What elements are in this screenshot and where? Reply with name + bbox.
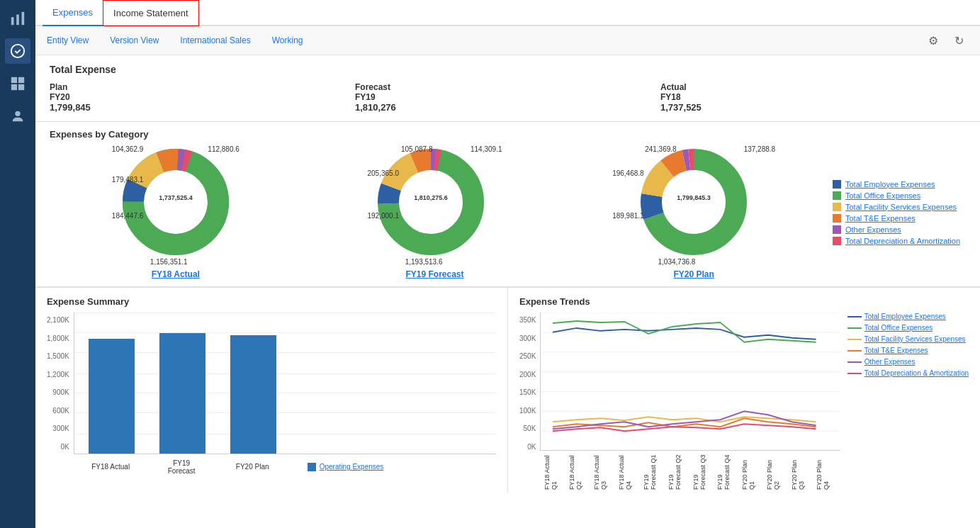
svg-point-32 — [663, 171, 725, 233]
line-y-350: 350K — [519, 316, 536, 324]
y-label-1800: 1,800K — [47, 335, 69, 342]
x-label-fy18-q3: FY18 Actual Q3 — [593, 451, 618, 490]
settings-button[interactable]: ⚙ — [923, 30, 943, 50]
category-legend: Total Employee Expenses Total Office Exp… — [827, 174, 966, 251]
legend-label-office: Total Office Expenses — [845, 191, 920, 200]
x-labels-row: FY18 Actual Q1 FY18 Actual Q2 FY18 Actua… — [543, 451, 840, 490]
legend-color-te — [833, 214, 841, 223]
metric-plan: Plan FY20 1,799,845 — [50, 82, 355, 113]
metric-forecast: Forecast FY19 1,810,276 — [355, 82, 660, 113]
donut-charts-row: 104,362.9 112,880.6 179,483.1 184,447.6 … — [50, 145, 966, 279]
line-y-100: 100K — [519, 407, 536, 415]
filter-working[interactable]: Working — [272, 35, 303, 45]
line-legend-label-depreciation: Total Depreciation & Amortization — [864, 369, 969, 377]
tabs-bar: Expenses Income Statement — [35, 0, 980, 26]
line-legend-label-te: Total T&E Expenses — [864, 347, 928, 354]
legend-item-other[interactable]: Other Expenses — [833, 225, 960, 234]
legend-item-te[interactable]: Total T&E Expenses — [833, 214, 960, 223]
grid-line-7 — [74, 434, 496, 434]
bar-x-fy18: FY18 Actual — [88, 463, 134, 471]
metric-actual-period: FY18 — [660, 92, 966, 102]
x-axis-labels: FY18 Actual Q1 FY18 Actual Q2 FY18 Actua… — [540, 451, 840, 490]
x-label-fy18-q4: FY18 Actual Q4 — [618, 451, 643, 490]
bars-area — [74, 313, 496, 454]
bar-legend-color — [308, 463, 316, 471]
line-legend-color-depreciation — [847, 373, 862, 374]
x-label-fy19-q2: FY19 Forecast Q2 — [668, 451, 692, 490]
svg-point-8 — [15, 111, 20, 116]
bar-legend-label[interactable]: Operating Expenses — [320, 463, 384, 471]
annotation-fy19-5: 1,193,513.6 — [405, 258, 443, 266]
y-label-0: 0K — [47, 443, 69, 451]
donut-fy19-title[interactable]: FY19 Forecast — [405, 269, 463, 279]
legend-label-employee: Total Employee Expenses — [845, 180, 935, 189]
line-chart-svg — [540, 313, 840, 451]
svg-rect-2 — [22, 12, 25, 25]
annotation-fy20-1: 241,369.8 — [645, 145, 677, 153]
annotation-fy18-3: 179,483.1 — [112, 176, 144, 184]
legend-item-depreciation[interactable]: Total Depreciation & Amortization — [833, 237, 960, 245]
sidebar-icon-user[interactable] — [5, 103, 30, 129]
expense-trends-title: Expense Trends — [519, 296, 969, 307]
annotation-fy19-4: 192,000.1 — [367, 212, 399, 220]
sidebar-icon-analytics[interactable] — [5, 6, 30, 31]
metric-actual: Actual FY18 1,737,525 — [660, 82, 966, 113]
bar-fy20-rect — [230, 335, 276, 454]
filter-international-sales[interactable]: International Sales — [180, 35, 250, 45]
annotation-fy18-4: 184,447.6 — [112, 212, 144, 220]
line-y-300: 300K — [519, 335, 536, 342]
metric-plan-value: 1,799,845 — [50, 102, 355, 113]
line-legend-facility[interactable]: Total Facility Services Expenses — [847, 335, 969, 343]
legend-item-employee[interactable]: Total Employee Expenses — [833, 180, 960, 189]
bar-chart-container: 2,100K 1,800K 1,500K 1,200K 900K 600K 30… — [47, 313, 496, 476]
expenses-by-category-title: Expenses by Category — [50, 129, 966, 140]
metric-forecast-period: FY19 — [355, 92, 660, 102]
legend-color-employee — [833, 180, 841, 189]
svg-text:1,737,525.4: 1,737,525.4 — [159, 194, 193, 201]
expense-summary-title: Expense Summary — [47, 296, 496, 307]
legend-item-facility[interactable]: Total Facility Services Expenses — [833, 203, 960, 211]
line-legend-other[interactable]: Other Expenses — [847, 358, 969, 366]
line-legend-color-employee — [847, 316, 862, 318]
line-y-50: 50K — [519, 425, 536, 432]
filter-version-view[interactable]: Version View — [110, 35, 159, 45]
x-label-fy20-q2: FY20 Plan Q2 — [766, 451, 791, 490]
line-legend-color-office — [847, 327, 862, 329]
sidebar-icon-report[interactable] — [5, 38, 30, 64]
grid-lines — [74, 313, 496, 454]
line-y-200: 200K — [519, 371, 536, 378]
svg-rect-7 — [18, 84, 24, 90]
donut-fy20-title[interactable]: FY20 Plan — [673, 269, 714, 279]
main-content: Expenses Income Statement Entity View Ve… — [35, 0, 980, 528]
donut-fy20: 241,369.8 137,288.8 196,468.8 189,981.1 … — [568, 145, 820, 279]
expense-metrics: Plan FY20 1,799,845 Forecast FY19 1,810,… — [50, 82, 966, 113]
legend-color-depreciation — [833, 237, 841, 245]
metric-actual-type: Actual — [660, 82, 966, 92]
expense-summary-panel: Expense Summary 2,100K 1,800K 1,500K 1,2… — [35, 288, 508, 493]
line-legend-depreciation[interactable]: Total Depreciation & Amortization — [847, 369, 969, 377]
legend-item-office[interactable]: Total Office Expenses — [833, 191, 960, 200]
bar-x-fy20: FY20 Plan — [230, 463, 276, 471]
metric-forecast-value: 1,810,276 — [355, 102, 660, 113]
annotation-fy18-2: 112,880.6 — [208, 145, 240, 153]
annotation-fy19-3: 205,365.0 — [367, 169, 399, 177]
line-legend-office[interactable]: Total Office Expenses — [847, 324, 969, 332]
line-legend-te[interactable]: Total T&E Expenses — [847, 347, 969, 354]
bar-x-labels: FY18 Actual FY19 Forecast FY20 Plan Oper… — [74, 458, 496, 476]
tab-income-statement[interactable]: Income Statement — [103, 0, 199, 26]
donut-fy18-title[interactable]: FY18 Actual — [152, 269, 200, 279]
bottom-panels: Expense Summary 2,100K 1,800K 1,500K 1,2… — [35, 287, 980, 493]
x-label-fy19-q3: FY19 Forecast Q3 — [692, 451, 717, 490]
sidebar-icon-grid[interactable] — [5, 71, 30, 96]
tab-expenses[interactable]: Expenses — [43, 0, 103, 26]
line-legend-employee[interactable]: Total Employee Expenses — [847, 313, 969, 320]
x-label-fy20-q4: FY20 Plan Q4 — [816, 451, 840, 490]
x-label-fy18-q1: FY18 Actual Q1 — [543, 451, 568, 490]
metric-actual-value: 1,737,525 — [660, 102, 966, 113]
metric-plan-period: FY20 — [50, 92, 355, 102]
filter-entity-view[interactable]: Entity View — [47, 35, 89, 45]
bar-fy19 — [159, 333, 205, 454]
bar-chart-inner: FY18 Actual FY19 Forecast FY20 Plan Oper… — [74, 313, 496, 476]
bar-chart-legend: Operating Expenses — [308, 463, 384, 471]
refresh-button[interactable]: ↻ — [949, 30, 969, 50]
